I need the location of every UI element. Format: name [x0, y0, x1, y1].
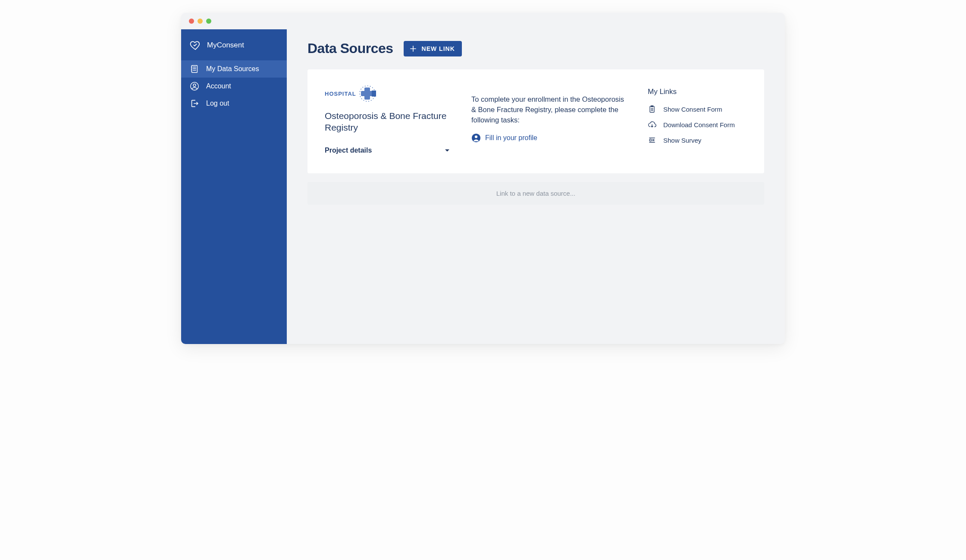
window-titlebar	[181, 13, 785, 29]
window-zoom-dot[interactable]	[206, 19, 211, 24]
project-details-label: Project details	[325, 147, 372, 154]
window-minimize-dot[interactable]	[198, 19, 203, 24]
logout-icon	[190, 99, 199, 108]
svg-point-2	[193, 84, 196, 87]
brand: MyConsent	[181, 36, 287, 60]
plus-icon	[409, 44, 417, 53]
link-new-data-source-placeholder[interactable]: Link to a new data source...	[307, 182, 764, 205]
sidebar-item-label: My Data Sources	[206, 65, 259, 73]
svg-rect-4	[361, 91, 373, 96]
source-logo: HOSPITAL	[325, 85, 454, 102]
profile-icon	[471, 133, 481, 143]
svg-point-8	[475, 135, 477, 138]
new-link-label: NEW LINK	[422, 45, 455, 52]
chevron-down-icon	[445, 148, 450, 153]
task-fill-profile[interactable]: Fill in your profile	[471, 133, 630, 143]
source-title: Osteoporosis & Bone Fracture Registry	[325, 110, 454, 134]
enrollment-instruction: To complete your enrollment in the Osteo…	[471, 94, 630, 125]
data-sources-icon	[190, 64, 199, 74]
link-label: Show Survey	[663, 137, 701, 144]
data-source-card: HOSPITAL	[307, 69, 764, 173]
project-details-toggle[interactable]: Project details	[325, 147, 450, 154]
cloud-download-icon	[648, 120, 656, 129]
clipboard-icon	[648, 105, 656, 113]
sidebar-item-label: Log out	[206, 100, 229, 107]
new-link-button[interactable]: NEW LINK	[404, 41, 462, 56]
hospital-cross-icon	[359, 85, 378, 102]
page-header: Data Sources NEW LINK	[307, 41, 764, 56]
task-label: Fill in your profile	[485, 134, 537, 142]
link-show-survey[interactable]: Show Survey	[648, 136, 747, 144]
link-label: Show Consent Form	[663, 106, 722, 113]
link-show-consent-form[interactable]: Show Consent Form	[648, 105, 747, 113]
main-content: Data Sources NEW LINK HOSPITAL	[287, 29, 785, 344]
page-title: Data Sources	[307, 41, 393, 56]
link-label: Download Consent Form	[663, 121, 735, 128]
survey-icon	[648, 136, 656, 144]
source-logo-text: HOSPITAL	[325, 91, 356, 97]
card-middle-column: To complete your enrollment in the Osteo…	[471, 85, 630, 154]
browser-window: MyConsent My Data Sources Account	[181, 13, 785, 344]
sidebar-item-logout[interactable]: Log out	[181, 95, 287, 112]
brand-label: MyConsent	[207, 41, 244, 50]
svg-rect-11	[649, 139, 651, 141]
card-right-column: My Links Show Consent Form	[648, 85, 747, 154]
sidebar-item-account[interactable]: Account	[181, 78, 287, 95]
sidebar-item-label: Account	[206, 82, 231, 90]
link-download-consent-form[interactable]: Download Consent Form	[648, 120, 747, 129]
svg-rect-0	[192, 66, 198, 73]
placeholder-label: Link to a new data source...	[496, 190, 575, 197]
account-icon	[190, 81, 199, 91]
my-links-title: My Links	[648, 88, 747, 96]
heart-check-icon	[190, 40, 201, 51]
app-shell: MyConsent My Data Sources Account	[181, 29, 785, 344]
window-close-dot[interactable]	[189, 19, 194, 24]
card-left-column: HOSPITAL	[325, 85, 454, 154]
sidebar: MyConsent My Data Sources Account	[181, 29, 287, 344]
sidebar-item-my-data-sources[interactable]: My Data Sources	[181, 60, 287, 78]
